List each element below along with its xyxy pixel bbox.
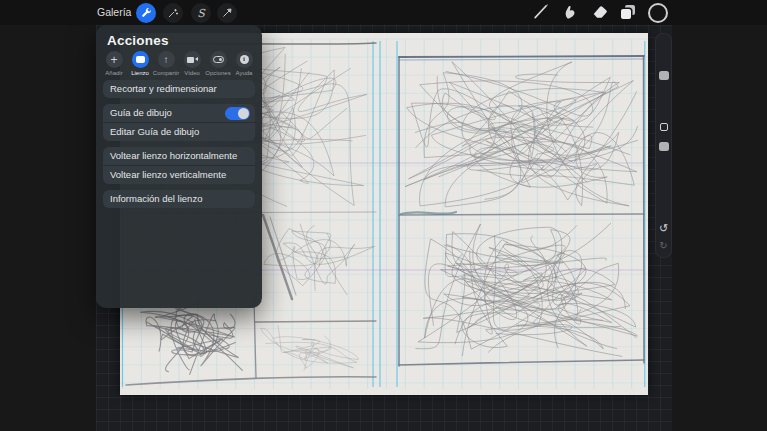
canvas-icon — [136, 56, 145, 63]
selection-button[interactable]: S — [191, 3, 211, 23]
selection-s-icon: S — [197, 7, 205, 20]
tab-ayuda[interactable]: i Ayuda — [229, 51, 259, 76]
transform-arrow-icon — [221, 7, 233, 19]
plus-icon: + — [110, 54, 117, 66]
procreate-app: Galería S — [0, 0, 767, 431]
share-up-icon: ↑ — [164, 55, 169, 65]
brush-button[interactable] — [529, 1, 553, 25]
smudge-button[interactable] — [558, 1, 582, 25]
smudge-finger-icon — [560, 1, 580, 25]
adjustments-button[interactable] — [163, 3, 183, 23]
info-icon: i — [240, 55, 249, 64]
menu-item-drawing-guide[interactable]: Guía de dibujo — [103, 104, 255, 122]
actions-wrench-button[interactable] — [136, 3, 156, 23]
video-camera-icon — [187, 56, 198, 63]
active-color-swatch[interactable] — [648, 3, 668, 23]
undo-button[interactable]: ↺ — [656, 222, 671, 235]
menu-item-crop-resize[interactable]: Recortar y redimensionar — [103, 80, 255, 98]
menu-group-info: Información del lienzo — [103, 190, 255, 208]
magic-wand-icon — [167, 7, 179, 19]
wrench-icon — [140, 7, 152, 19]
toggle-knob — [238, 108, 249, 119]
menu-item-flip-horizontal[interactable]: Voltear lienzo horizontalmente — [103, 147, 255, 165]
menu-item-edit-drawing-guide[interactable]: Editar Guía de dibujo — [103, 122, 255, 141]
eraser-button[interactable] — [588, 1, 612, 25]
menu-item-flip-vertical[interactable]: Voltear lienzo verticalmente — [103, 165, 255, 184]
drawing-guide-toggle[interactable] — [225, 107, 250, 120]
brush-icon — [531, 1, 551, 25]
brush-controls-sidebar: ↺ ↻ — [655, 33, 672, 258]
menu-item-canvas-info[interactable]: Información del lienzo — [103, 190, 255, 208]
modify-button[interactable] — [660, 123, 668, 131]
redo-icon: ↻ — [659, 240, 667, 251]
toggle-icon — [213, 56, 224, 63]
menu-group-guide: Guía de dibujo Editar Guía de dibujo — [103, 104, 255, 141]
menu-group-flip: Voltear lienzo horizontalmente Voltear l… — [103, 147, 255, 184]
menu-group-crop: Recortar y redimensionar — [103, 80, 255, 98]
eraser-icon — [590, 1, 610, 25]
redo-button[interactable]: ↻ — [656, 240, 671, 251]
top-toolbar: Galería S — [0, 0, 767, 25]
actions-popover: Acciones + Añadir Lienzo ↑ Compartir Víd… — [96, 25, 262, 308]
brush-size-slider[interactable] — [659, 71, 669, 80]
layers-button[interactable] — [617, 1, 641, 25]
transform-button[interactable] — [217, 3, 237, 23]
brush-opacity-slider[interactable] — [659, 142, 669, 151]
undo-icon: ↺ — [659, 222, 668, 234]
panel-title: Acciones — [107, 33, 169, 48]
gallery-button[interactable]: Galería — [97, 0, 131, 25]
